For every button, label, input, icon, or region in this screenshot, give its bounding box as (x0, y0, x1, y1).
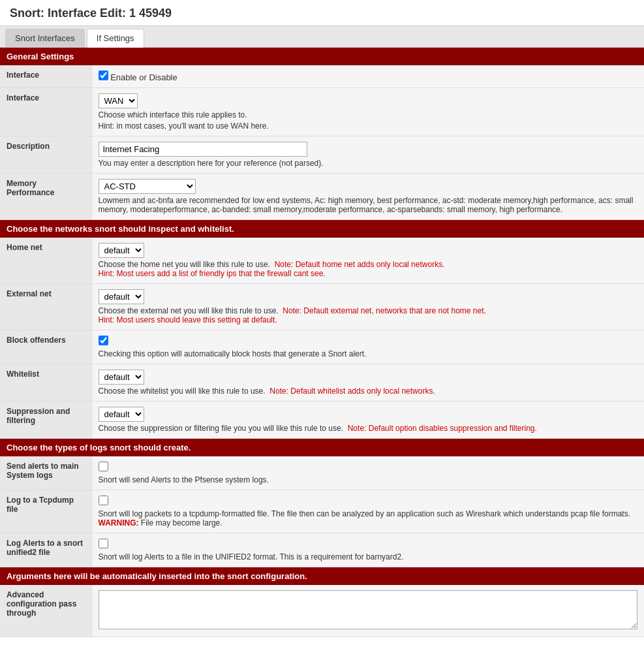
log-unified2-checkbox[interactable] (99, 539, 108, 548)
suppression-filtering-select[interactable]: default (99, 407, 144, 422)
label-external-net: External net (0, 284, 91, 330)
table-row: Suppression and filtering default Choose… (0, 402, 644, 439)
table-row: Memory Performance AC-STD AC-BNFA Lowmem… (0, 174, 644, 220)
page-wrapper: Snort: Interface Edit: 1 45949 Snort Int… (0, 0, 644, 647)
table-row: Log to a Tcpdump file Snort will log pac… (0, 490, 644, 533)
content-area: General Settings Interface Enable or Dis… (0, 48, 644, 637)
table-row: External net default Choose the external… (0, 284, 644, 330)
label-advanced-config: Advanced configuration pass through (0, 585, 91, 637)
label-memory-performance: Memory Performance (0, 174, 91, 220)
external-net-hint2: Hint: Most users should leave this setti… (99, 315, 638, 324)
arguments-header: Arguments here will be automatically ins… (0, 567, 644, 585)
advanced-config-textarea[interactable] (99, 590, 638, 629)
table-row: Home net default Choose the home net you… (0, 238, 644, 284)
external-net-hint: Choose the external net you will like th… (99, 306, 279, 315)
table-row: Interface Enable or Disable (0, 65, 644, 88)
external-net-note: Note: Default external net, networks tha… (283, 306, 486, 315)
tabs-bar: Snort Interfaces If Settings (0, 26, 644, 48)
log-unified2-hint: Snort will log Alerts to a file in the U… (99, 552, 638, 561)
interface-enable-checkbox[interactable] (99, 71, 108, 80)
general-settings-header: General Settings (0, 48, 644, 65)
table-row: Advanced configuration pass through (0, 585, 644, 637)
log-tcpdump-hint: Snort will log packets to a tcpdump-form… (99, 509, 631, 518)
tab-snort-interfaces[interactable]: Snort Interfaces (5, 29, 85, 47)
log-tcpdump-warning-text: File may become large. (141, 518, 222, 528)
memory-performance-select[interactable]: AC-STD AC-BNFA Lowmem ACS AC-BANDED AC-S… (99, 179, 196, 194)
label-whitelist: Whitelist (0, 364, 91, 402)
interface-select-hint: Choose which interface this rule applies… (99, 110, 638, 119)
table-row: Block offenders Checking this option wil… (0, 330, 644, 364)
home-net-hint: Choose the home net you will like this r… (99, 260, 270, 269)
logs-header: Choose the types of logs snort should cr… (0, 439, 644, 456)
suppression-note: Note: Default option disables suppressio… (348, 424, 537, 433)
networks-header: Choose the networks snort should inspect… (0, 220, 644, 238)
log-tcpdump-checkbox[interactable] (99, 496, 108, 505)
page-title: Snort: Interface Edit: 1 45949 (0, 0, 644, 26)
whitelist-hint: Choose the whitelist you will like this … (99, 387, 266, 396)
label-interface-enable: Interface (0, 65, 91, 88)
interface-select-hint2: Hint: in most cases, you'll want to use … (99, 121, 638, 131)
interface-enable-label: Enable or Disable (110, 72, 177, 82)
send-alerts-hint: Snort will send Alerts to the Pfsense sy… (99, 475, 638, 484)
home-net-note: Note: Default home net adds only local n… (275, 260, 445, 269)
label-description: Description (0, 136, 91, 174)
suppression-hint: Choose the suppression or filtering file… (99, 424, 344, 433)
label-suppression-filtering: Suppression and filtering (0, 402, 91, 439)
general-settings-table: Interface Enable or Disable Interface WA… (0, 65, 644, 220)
home-net-select[interactable]: default (99, 243, 144, 258)
table-row: Whitelist default Choose the whitelist y… (0, 364, 644, 402)
log-tcpdump-warning: WARNING: (99, 518, 139, 528)
home-net-hint2: Hint: Most users add a list of friendly … (99, 269, 638, 278)
table-row: Log Alerts to a snort unified2 file Snor… (0, 533, 644, 567)
whitelist-select[interactable]: default (99, 370, 144, 385)
block-offenders-hint: Checking this option will automatically … (99, 349, 638, 358)
table-row: Description You may enter a description … (0, 136, 644, 174)
table-row: Interface WAN LAN Choose which interface… (0, 88, 644, 136)
arguments-table: Advanced configuration pass through (0, 585, 644, 637)
table-row: Send alerts to main System logs Snort wi… (0, 456, 644, 490)
label-send-alerts: Send alerts to main System logs (0, 456, 91, 490)
label-log-tcpdump: Log to a Tcpdump file (0, 490, 91, 533)
external-net-select[interactable]: default (99, 289, 144, 304)
description-input[interactable] (99, 142, 307, 157)
label-interface-select: Interface (0, 88, 91, 136)
send-alerts-checkbox[interactable] (99, 462, 108, 471)
tab-if-settings[interactable]: If Settings (87, 29, 144, 48)
interface-select[interactable]: WAN LAN (99, 93, 138, 108)
description-hint: You may enter a description here for you… (99, 159, 638, 168)
label-home-net: Home net (0, 238, 91, 284)
label-log-unified2: Log Alerts to a snort unified2 file (0, 533, 91, 567)
label-block-offenders: Block offenders (0, 330, 91, 364)
block-offenders-checkbox[interactable] (99, 336, 108, 345)
memory-performance-hint: Lowmem and ac-bnfa are recommended for l… (99, 196, 638, 214)
whitelist-note: Note: Default whitelist adds only local … (269, 387, 435, 396)
networks-table: Home net default Choose the home net you… (0, 238, 644, 439)
logs-table: Send alerts to main System logs Snort wi… (0, 456, 644, 567)
